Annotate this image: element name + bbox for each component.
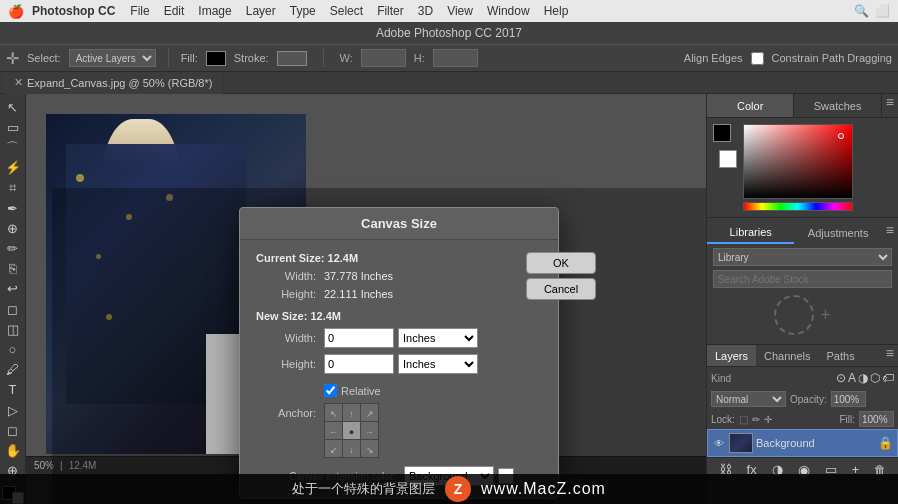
- bg-square[interactable]: [719, 150, 737, 168]
- canvas-tab[interactable]: ✕ Expand_Canvas.jpg @ 50% (RGB/8*): [4, 72, 223, 94]
- magic-wand-tool[interactable]: ⚡: [2, 159, 24, 177]
- right-icons: 🔍 ⬜: [854, 4, 890, 18]
- lock-position-icon[interactable]: ✛: [764, 414, 772, 425]
- anchor-bc[interactable]: ↓: [343, 440, 361, 458]
- eraser-tool[interactable]: ◻: [2, 300, 24, 318]
- move-tool-icon[interactable]: ✛: [6, 49, 19, 68]
- blend-mode-select[interactable]: Normal: [711, 391, 786, 407]
- dodge-tool[interactable]: ○: [2, 340, 24, 358]
- hand-tool[interactable]: ✋: [2, 441, 24, 459]
- layer-item-background[interactable]: 👁 Background 🔒: [707, 429, 898, 457]
- lib-panel-menu[interactable]: ≡: [882, 222, 898, 244]
- ok-button[interactable]: OK: [526, 252, 596, 274]
- tab-adjustments[interactable]: Adjustments: [794, 222, 881, 244]
- crop-tool[interactable]: ⌗: [2, 179, 24, 197]
- marquee-tool[interactable]: ▭: [2, 118, 24, 136]
- path-select-tool[interactable]: ▷: [2, 401, 24, 419]
- cancel-button[interactable]: Cancel: [526, 278, 596, 300]
- tab-channels[interactable]: Channels: [756, 345, 818, 366]
- hue-strip[interactable]: [743, 202, 853, 211]
- anchor-tc[interactable]: ↑: [343, 404, 361, 422]
- anchor-tl[interactable]: ↖: [325, 404, 343, 422]
- clone-tool[interactable]: ⎘: [2, 260, 24, 278]
- lib-tabs: Libraries Adjustments ≡: [707, 222, 898, 244]
- history-tool[interactable]: ↩: [2, 280, 24, 298]
- heal-tool[interactable]: ⊕: [2, 219, 24, 237]
- menu-layer[interactable]: Layer: [239, 0, 283, 22]
- shape-tool[interactable]: ◻: [2, 421, 24, 439]
- menu-edit[interactable]: Edit: [157, 0, 192, 22]
- anchor-bl[interactable]: ↙: [325, 440, 343, 458]
- adobe-stock-search[interactable]: [713, 270, 892, 288]
- eyedropper-tool[interactable]: ✒: [2, 199, 24, 217]
- pen-tool[interactable]: 🖊: [2, 361, 24, 379]
- library-select[interactable]: Library: [713, 248, 892, 266]
- new-width-input[interactable]: [324, 328, 394, 348]
- zoom-level: 50%: [34, 460, 54, 471]
- fg-square[interactable]: [713, 124, 731, 142]
- panel-menu-icon[interactable]: ≡: [882, 94, 898, 117]
- align-edges-checkbox[interactable]: [751, 52, 764, 65]
- menu-help[interactable]: Help: [537, 0, 576, 22]
- divider: [168, 49, 169, 67]
- fill-color-box[interactable]: [206, 51, 226, 66]
- relative-label: Relative: [341, 385, 381, 397]
- type-tool[interactable]: T: [2, 381, 24, 399]
- new-height-input[interactable]: [324, 354, 394, 374]
- relative-checkbox[interactable]: [324, 384, 337, 397]
- brush-tool[interactable]: ✏: [2, 239, 24, 257]
- menu-file[interactable]: File: [123, 0, 156, 22]
- select-dropdown[interactable]: Active Layers: [69, 49, 156, 67]
- left-toolbar: ↖ ▭ ⌒ ⚡ ⌗ ✒ ⊕ ✏ ⎘ ↩ ◻ ◫ ○ 🖊 T ▷ ◻ ✋ ⊕: [0, 94, 26, 504]
- fill-input[interactable]: [859, 411, 894, 427]
- anchor-ml-arrow: ←: [329, 427, 338, 437]
- layers-panel-menu[interactable]: ≡: [882, 345, 898, 366]
- screen-mode-icon[interactable]: ⬜: [875, 4, 890, 18]
- filter-color[interactable]: 🏷: [882, 371, 894, 385]
- layers-filter-row: Kind ⊙ A ◑ ⬡ 🏷: [707, 367, 898, 389]
- sl-gradient[interactable]: [743, 124, 853, 199]
- stroke-color-box[interactable]: [277, 51, 307, 66]
- height-unit-select[interactable]: Inches Pixels Percent: [398, 354, 478, 374]
- menu-view[interactable]: View: [440, 0, 480, 22]
- search-icon[interactable]: 🔍: [854, 4, 869, 18]
- filter-toggle[interactable]: ⊙: [836, 371, 846, 385]
- height-input[interactable]: [433, 49, 478, 67]
- anchor-mc[interactable]: ●: [343, 422, 361, 440]
- current-height-row: Height: 22.111 Inches: [256, 288, 514, 300]
- anchor-br[interactable]: ↘: [361, 440, 379, 458]
- anchor-tr[interactable]: ↗: [361, 404, 379, 422]
- lasso-tool[interactable]: ⌒: [2, 138, 24, 156]
- color-picker[interactable]: [713, 124, 892, 211]
- anchor-tr-arrow: ↗: [366, 409, 374, 419]
- gradient-tool[interactable]: ◫: [2, 320, 24, 338]
- current-height-value: 22.111 Inches: [324, 288, 393, 300]
- anchor-mr[interactable]: →: [361, 422, 379, 440]
- menu-filter[interactable]: Filter: [370, 0, 411, 22]
- filter-type[interactable]: A: [848, 371, 856, 385]
- close-tab-icon[interactable]: ✕: [14, 76, 23, 89]
- tab-libraries[interactable]: Libraries: [707, 222, 794, 244]
- layers-tabs: Layers Channels Paths ≡: [707, 345, 898, 367]
- tab-color[interactable]: Color: [707, 94, 794, 117]
- menu-window[interactable]: Window: [480, 0, 537, 22]
- new-height-label: Height:: [256, 358, 316, 370]
- lib-plus-icon[interactable]: +: [820, 305, 831, 326]
- menu-select[interactable]: Select: [323, 0, 370, 22]
- menu-image[interactable]: Image: [191, 0, 238, 22]
- menu-3d[interactable]: 3D: [411, 0, 440, 22]
- filter-smart[interactable]: ⬡: [870, 371, 880, 385]
- layer-visibility-toggle[interactable]: 👁: [712, 436, 726, 450]
- opacity-input[interactable]: [831, 391, 866, 407]
- width-input[interactable]: [361, 49, 406, 67]
- filter-adjust[interactable]: ◑: [858, 371, 868, 385]
- lock-image-icon[interactable]: ✏: [752, 414, 760, 425]
- lock-transparent-icon[interactable]: ⬚: [739, 414, 748, 425]
- menu-type[interactable]: Type: [283, 0, 323, 22]
- tab-paths[interactable]: Paths: [819, 345, 863, 366]
- tab-swatches[interactable]: Swatches: [794, 94, 881, 117]
- move-tool[interactable]: ↖: [2, 98, 24, 116]
- anchor-ml[interactable]: ←: [325, 422, 343, 440]
- tab-layers[interactable]: Layers: [707, 345, 756, 366]
- width-unit-select[interactable]: Inches Pixels Percent: [398, 328, 478, 348]
